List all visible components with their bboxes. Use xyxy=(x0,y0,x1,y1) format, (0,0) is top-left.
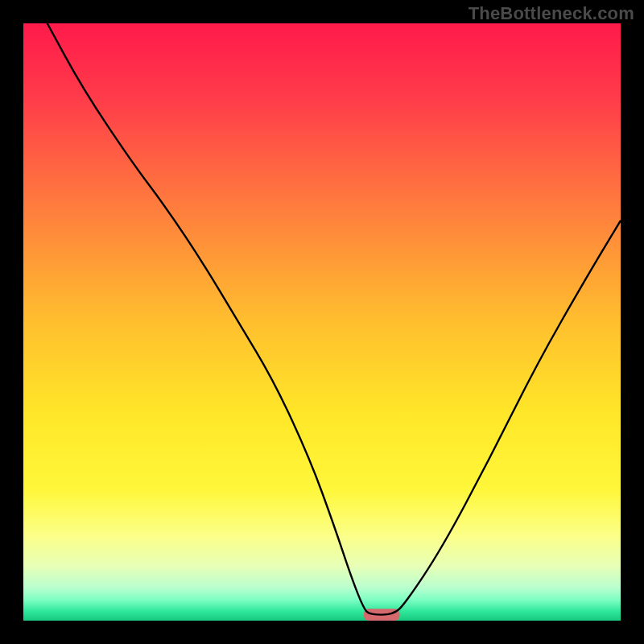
watermark-text: TheBottleneck.com xyxy=(469,3,634,24)
bottleneck-chart xyxy=(23,23,621,621)
plot-background xyxy=(23,23,621,621)
chart-frame: TheBottleneck.com xyxy=(0,0,644,644)
